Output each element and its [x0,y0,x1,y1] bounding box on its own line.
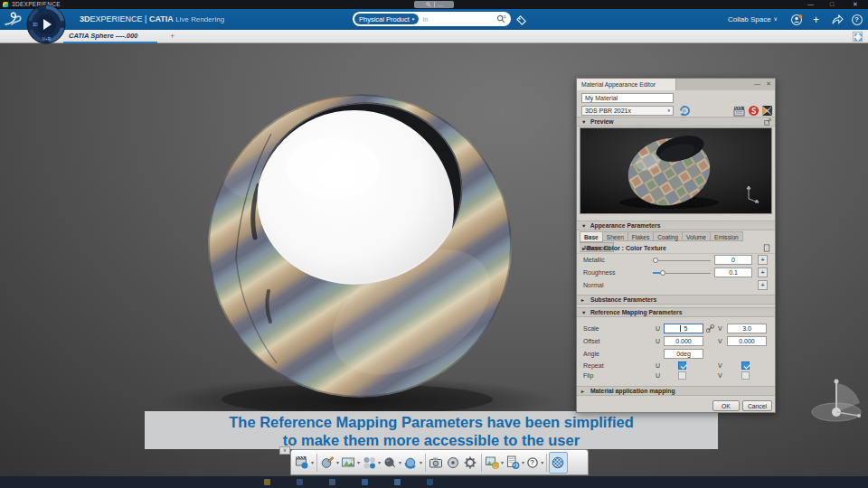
offset-label: Offset [583,338,600,344]
tab-volume[interactable]: Volume [683,231,711,241]
help-icon[interactable]: ? ▾ [525,452,544,474]
tab-base[interactable]: Base [580,231,603,242]
add-content-icon[interactable]: + [809,13,823,26]
panel-close-button[interactable]: ✕ [766,80,771,88]
search-input[interactable]: In [419,16,496,23]
roughness-connect-button[interactable]: + [758,267,768,277]
tab-flakes[interactable]: Flakes [628,231,654,241]
offset-u-input[interactable]: 0.000 [664,336,703,346]
load-material-icon[interactable] [678,105,691,117]
window-close-button[interactable]: ✕ [853,1,858,8]
toolbar-collapse-handle[interactable]: ∨ [279,446,290,455]
shader-type-dropdown[interactable]: 3DS PBR 2021x ▾ [581,106,674,116]
link-uv-icon[interactable] [706,324,714,333]
angle-input[interactable]: 0deg [664,349,703,359]
media-tools-icon[interactable]: ▾ [294,452,315,474]
camera-icon[interactable] [428,452,445,474]
scale-v-input[interactable]: 3.0 [727,324,767,333]
shader-tabs: BaseSheenFlakesCoatingVolumeEmissionAdva… [580,231,772,242]
scale-u-input[interactable]: 5 [664,324,703,333]
flip-label: Flip [583,372,593,379]
tab-sheen[interactable]: Sheen [603,231,628,241]
metallic-slider[interactable] [653,256,711,265]
material-preview[interactable] [580,127,772,214]
checker-material-icon[interactable] [549,452,568,474]
share-icon[interactable] [830,13,844,26]
window-titlebar: 3DEXPERIENCE ⋯ — □ ✕ [0,0,868,9]
fullscreen-toggle-icon[interactable] [853,32,863,42]
material-name-input[interactable]: My Material [581,93,674,103]
os-taskbar[interactable] [0,476,868,488]
help-circle-icon[interactable]: ? [850,13,863,26]
metallic-connect-button[interactable]: + [758,255,768,265]
shading-icon[interactable]: ▾ [382,452,402,474]
u-label: U [656,362,660,369]
taskbar-app-icon[interactable] [394,479,401,485]
section-reference-mapping[interactable]: ▼ Reference Mapping Parameters [577,307,775,317]
normal-connect-button[interactable]: + [758,280,768,290]
taskbar-app-icon[interactable] [362,479,368,485]
expand-arrow-icon: ▸ [582,246,585,251]
offset-v-input[interactable]: 0.000 [727,336,767,346]
section-substance-parameters[interactable]: ▸ Substance Parameters [577,295,775,305]
section-material-application-mapping[interactable]: ▸ Material application mapping [577,386,775,396]
taskbar-app-icon[interactable] [329,479,335,485]
metallic-value-input[interactable]: 0 [714,255,752,265]
cancel-button[interactable]: Cancel [742,400,772,411]
taskbar-app-icon[interactable] [264,479,270,485]
search-scope-dropdown[interactable]: Physical Product ▾ [354,14,419,24]
taskbar-app-icon[interactable] [427,479,433,485]
tag-icon[interactable] [515,14,527,30]
roughness-slider[interactable] [653,268,711,277]
brand-title: 3DEXPERIENCE | CATIA Live Rendering [80,14,224,23]
render-disc-icon[interactable] [445,452,462,474]
ok-button[interactable]: OK [712,400,740,411]
normal-row: Normal + [577,280,775,292]
asset-library-icon[interactable]: ▾ [484,452,505,474]
more-options-icon[interactable]: ⋯ [438,2,443,8]
new-tab-button[interactable]: + [170,32,175,41]
edit-material-icon[interactable]: ▾ [319,452,340,474]
base-color-row[interactable]: ▸ Base Color : Color Texture [577,242,775,254]
section-appearance-parameters[interactable]: ▼ Appearance Parameters [577,221,775,230]
settings-gear-icon[interactable] [462,452,479,474]
u-label: U [656,372,660,379]
substance-icon[interactable] [747,104,760,117]
materials-icon[interactable]: ▾ [361,452,382,474]
tab-coating[interactable]: Coating [654,231,683,241]
window-maximize-button[interactable]: □ [830,1,834,8]
panel-titlebar[interactable]: Material Appearance Editor — ✕ [577,79,775,90]
uv-mapping-icon[interactable] [760,104,774,117]
titlebar-search-widget[interactable]: ⋯ [414,1,454,8]
tab-catia-sphere[interactable]: CATIA Sphere ----.000 [69,32,137,40]
panel-minimize-button[interactable]: — [754,80,760,87]
repeat-v-checkbox[interactable] [741,361,750,370]
u-label: U [656,325,660,332]
app-icon [3,2,8,7]
environment-icon[interactable]: ▾ [340,452,361,474]
flip-u-checkbox[interactable] [678,371,686,380]
tab-emission[interactable]: Emission [711,231,743,241]
user-profile-icon[interactable] [789,13,803,26]
search-icon[interactable] [496,14,506,23]
turntable-icon[interactable]: ▾ [402,452,423,474]
flip-v-checkbox[interactable] [741,371,750,380]
v-label: V [718,372,722,379]
global-search[interactable]: Physical Product ▾ In [353,12,511,26]
roughness-value-input[interactable]: 0.1 [714,267,752,277]
collab-space-selector[interactable]: Collab Space ∨ [728,15,778,23]
section-preview[interactable]: ▼ Preview [577,117,775,127]
roughness-row: Roughness 0.1 + [577,267,775,279]
repeat-u-checkbox[interactable] [678,361,686,370]
taskbar-app-icon[interactable] [297,479,303,485]
detach-preview-icon[interactable] [764,118,771,126]
collapse-arrow-icon: ▼ [581,221,589,230]
texture-options-icon[interactable] [763,244,770,252]
3dexperience-compass[interactable]: 3D V+R [25,5,67,44]
expand-arrow-icon: ▸ [581,296,589,305]
view-manipulation-compass [812,380,861,422]
batch-render-icon[interactable]: ▾ [505,452,525,474]
panel-title: Material Appearance Editor [577,79,676,90]
window-minimize-button[interactable]: — [807,1,814,8]
material-library-icon[interactable] [732,104,746,117]
